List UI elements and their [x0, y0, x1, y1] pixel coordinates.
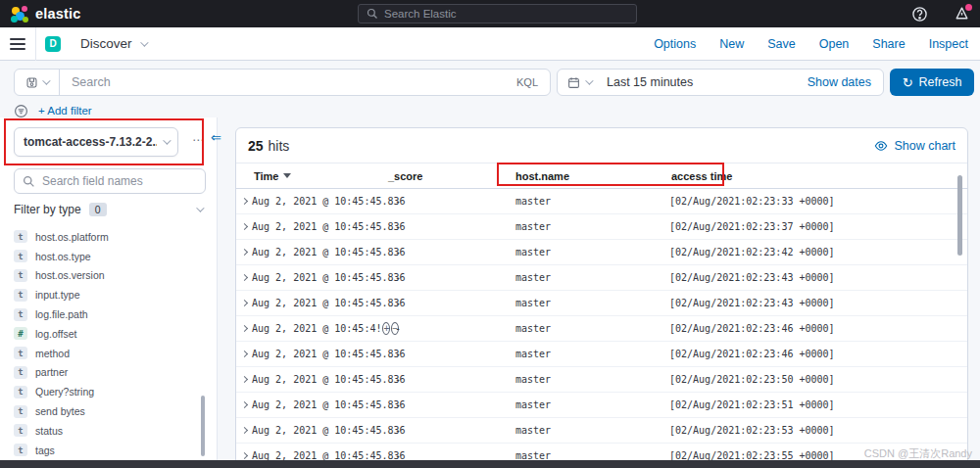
column-header-score[interactable]: _score	[386, 170, 514, 182]
watermark: CSDN @王清次Randy	[864, 446, 972, 461]
field-search-input[interactable]: Search field names	[14, 168, 206, 194]
query-search-input[interactable]: Search KQL	[14, 69, 551, 96]
open-button[interactable]: Open	[819, 37, 850, 51]
expand-row-icon[interactable]	[236, 326, 252, 331]
options-button[interactable]: Options	[654, 37, 696, 51]
field-list-item[interactable]: t status	[14, 421, 202, 441]
index-pattern-selector[interactable]: tomcat-access-7.13.2-2...	[14, 127, 178, 157]
field-list-item[interactable]: t host.os.version	[14, 266, 202, 286]
table-row[interactable]: Aug 2, 2021 @ 10:45:45.836 - master [02/…	[236, 291, 967, 316]
expand-row-icon[interactable]	[236, 402, 252, 407]
field-type-icon: t	[14, 269, 27, 282]
time-range-label[interactable]: Last 15 minutes	[607, 75, 808, 89]
table-row[interactable]: Aug 2, 2021 @ 10:45:45.836 - master [02/…	[236, 367, 967, 393]
sidebar-scrollbar[interactable]	[201, 396, 205, 456]
table-row[interactable]: Aug 2, 2021 @ 10:45:4!+− - master [02/Au…	[236, 316, 967, 342]
column-header-access-time[interactable]: access time	[669, 170, 967, 182]
cell-score: -	[386, 374, 514, 385]
cell-hostname: master	[514, 399, 669, 410]
query-placeholder: Search	[72, 75, 516, 89]
help-icon[interactable]	[911, 6, 928, 23]
column-header-hostname[interactable]: host.name	[514, 170, 669, 182]
breadcrumb[interactable]: Discover	[80, 36, 146, 51]
table-row[interactable]: Aug 2, 2021 @ 10:45:45.836 - master [02/…	[236, 240, 967, 265]
cell-hostname: master	[514, 374, 669, 385]
cell-score: -	[386, 196, 514, 207]
field-list-item[interactable]: t log.file.path	[14, 304, 202, 324]
column-header-time[interactable]: Time	[252, 170, 386, 182]
show-dates-button[interactable]: Show dates	[808, 75, 883, 89]
field-name: host.os.version	[35, 269, 105, 281]
field-type-icon: t	[14, 386, 27, 398]
table-scrollbar[interactable]	[957, 175, 962, 256]
inspect-button[interactable]: Inspect	[929, 37, 968, 51]
filter-by-type-count-badge: 0	[89, 203, 107, 216]
cell-access-time: [02/Aug/2021:02:23:42 +0000]	[669, 247, 967, 257]
cell-access-time: [02/Aug/2021:02:23:46 +0000]	[669, 323, 967, 334]
expand-row-icon[interactable]	[236, 275, 252, 280]
expand-row-icon[interactable]	[236, 301, 252, 305]
discover-app-icon[interactable]: D	[45, 36, 61, 52]
table-row[interactable]: Aug 2, 2021 @ 10:45:45.836 - master [02/…	[236, 214, 967, 240]
collapse-sidebar-icon[interactable]: ⇐	[211, 130, 221, 145]
filter-icon[interactable]	[14, 104, 28, 118]
add-filter-button[interactable]: + Add filter	[38, 105, 92, 117]
cell-time: Aug 2, 2021 @ 10:45:45.836	[252, 298, 386, 308]
expand-row-icon[interactable]	[236, 250, 252, 255]
field-list-item[interactable]: t host.os.platform	[14, 227, 202, 247]
field-list: t host.os.platform t host.os.type t host…	[14, 227, 202, 460]
share-button[interactable]: Share	[872, 37, 905, 51]
table-row[interactable]: Aug 2, 2021 @ 10:45:45.836 - master [02/…	[236, 418, 967, 444]
field-name: host.os.type	[35, 251, 91, 262]
expand-row-icon[interactable]	[236, 224, 252, 229]
expand-row-icon[interactable]	[236, 377, 252, 382]
kql-switch[interactable]: KQL	[516, 76, 550, 88]
global-search-input[interactable]: Search Elastic	[358, 4, 637, 23]
table-row[interactable]: Aug 2, 2021 @ 10:45:45.836 - master [02/…	[236, 393, 967, 418]
saved-query-button[interactable]	[15, 70, 60, 95]
field-list-item[interactable]: t send bytes	[14, 401, 202, 421]
cell-hostname: master	[514, 298, 669, 308]
results-panel: 25 hits Show chart Time _score host.name…	[235, 127, 968, 468]
field-list-item[interactable]: t partner	[14, 363, 202, 383]
refresh-button[interactable]: ↻ Refresh	[890, 69, 974, 96]
expand-row-icon[interactable]	[236, 428, 252, 433]
show-chart-button[interactable]: Show chart	[874, 139, 956, 153]
cell-access-time: [02/Aug/2021:02:23:37 +0000]	[669, 221, 967, 232]
expand-row-icon[interactable]	[236, 351, 252, 356]
chevron-down-icon	[42, 76, 50, 84]
cell-time: Aug 2, 2021 @ 10:45:45.836	[252, 399, 386, 410]
expand-row-icon[interactable]	[236, 453, 252, 458]
bottom-scrollbar-strip[interactable]	[0, 460, 980, 468]
field-list-item[interactable]: t method	[14, 344, 202, 363]
new-button[interactable]: New	[719, 37, 744, 51]
alerts-icon[interactable]	[954, 6, 970, 23]
hits-bar: 25 hits Show chart	[236, 128, 967, 164]
cell-hostname: master	[514, 221, 669, 232]
field-list-item[interactable]: t input.type	[14, 285, 202, 304]
table-row[interactable]: Aug 2, 2021 @ 10:45:45.836 - master [02/…	[236, 189, 967, 214]
elastic-logo[interactable]: elastic	[10, 5, 81, 23]
table-row[interactable]: Aug 2, 2021 @ 10:45:45.836 - master [02/…	[236, 265, 967, 291]
field-type-icon: t	[14, 405, 27, 418]
expand-row-icon[interactable]	[236, 199, 252, 204]
cell-score: -	[386, 298, 514, 308]
index-options-icon[interactable]: ⋯	[192, 133, 205, 147]
cell-hostname: master	[514, 272, 669, 283]
save-button[interactable]: Save	[767, 37, 796, 51]
field-name: send bytes	[35, 405, 85, 417]
cell-score: -	[386, 221, 514, 232]
eye-icon	[874, 139, 888, 153]
field-list-item[interactable]: t Query?string	[14, 382, 202, 401]
calendar-button[interactable]	[558, 70, 599, 95]
search-icon	[23, 175, 35, 188]
filter-by-type-button[interactable]: Filter by type 0	[14, 198, 206, 221]
field-list-item[interactable]: t tags	[14, 441, 202, 460]
menu-icon[interactable]	[10, 38, 25, 50]
cell-access-time: [02/Aug/2021:02:23:43 +0000]	[669, 298, 967, 308]
field-list-item[interactable]: t host.os.type	[14, 247, 202, 266]
field-list-item[interactable]: # log.offset	[14, 324, 202, 344]
cell-access-time: [02/Aug/2021:02:23:43 +0000]	[669, 272, 967, 283]
calendar-icon	[567, 76, 580, 89]
table-row[interactable]: Aug 2, 2021 @ 10:45:45.836 - master [02/…	[236, 342, 967, 367]
